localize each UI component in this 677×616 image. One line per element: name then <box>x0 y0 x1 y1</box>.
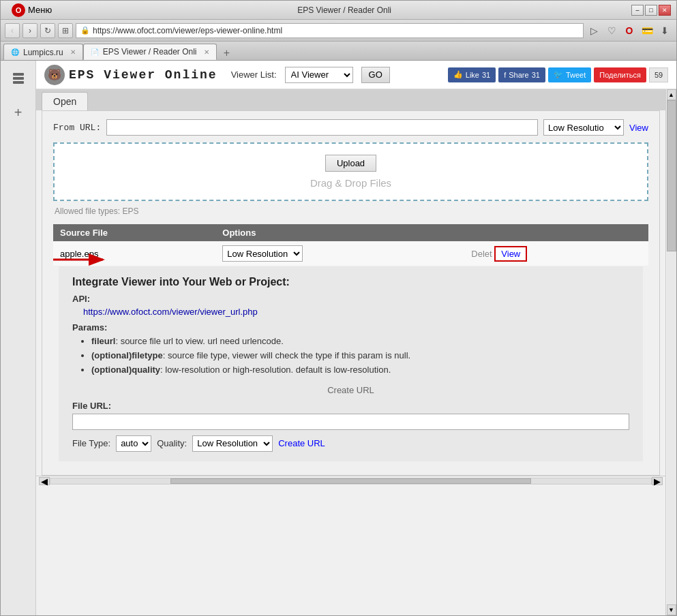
toolbar-right: ▷ ♡ O 💳 ⬇ <box>586 23 672 38</box>
info-box: Integrate Viewer into Your Web or Projec… <box>59 266 643 461</box>
bottom-row: File Type: auto eps ai pdf Quality: Low … <box>72 435 629 452</box>
allowed-types: Allowed file types: EPS <box>55 206 648 216</box>
viewer-list-label: Viewer List: <box>231 70 277 80</box>
open-tab-container: Open <box>36 89 665 110</box>
opera-menu[interactable]: O Меню <box>6 3 57 17</box>
titlebar-buttons: – □ ✕ <box>631 5 671 16</box>
vertical-scrollbar[interactable]: ▲ ▼ <box>665 89 676 615</box>
col-actions <box>464 224 648 241</box>
view-file-button[interactable]: View <box>494 246 527 262</box>
scroll-left-btn[interactable]: ◀ <box>39 477 50 485</box>
resolution-select-url[interactable]: Low Resolutio High Resolution <box>543 119 624 136</box>
file-type-label: File Type: <box>72 438 110 448</box>
sidebar: + <box>1 61 36 615</box>
cell-actions: Delet View <box>464 241 648 266</box>
address-bar[interactable]: 🔒 https://www.ofoct.com/viewer/eps-viewe… <box>76 23 584 38</box>
tab-eps[interactable]: 📄 EPS Viewer / Reader Onli ✕ <box>83 44 217 60</box>
back-button[interactable]: ‹ <box>5 23 20 38</box>
social-buttons: 👍 Like 31 f Share 31 🐦 Tweet Поделит <box>448 67 668 82</box>
scroll-thumb-v[interactable] <box>667 100 676 251</box>
tab-label-eps: EPS Viewer / Reader Onli <box>103 47 197 57</box>
info-box-title: Integrate Viewer into Your Web or Projec… <box>72 276 629 288</box>
delete-link[interactable]: Delet <box>471 249 492 259</box>
create-url-center: Create URL <box>72 385 629 395</box>
go-button[interactable]: GO <box>361 67 390 83</box>
file-options: Low Resolution High Resolution <box>222 245 457 262</box>
lock-icon: 🔒 <box>80 26 90 35</box>
content-area: 🐻 EPS Viewer Online Viewer List: AI View… <box>36 61 676 615</box>
main-panel[interactable]: Open From URL: Low Resolutio High Resolu… <box>36 89 665 615</box>
scroll-track[interactable] <box>50 478 652 484</box>
viewer-list-select[interactable]: AI Viewer EPS Viewer PDF Viewer <box>285 67 353 83</box>
tab-close-eps[interactable]: ✕ <box>204 48 209 56</box>
forward-button[interactable]: › <box>22 23 37 38</box>
titlebar-left: O Меню <box>6 3 57 17</box>
site-logo: 🐻 EPS Viewer Online <box>44 65 217 85</box>
create-url-button[interactable]: Create URL <box>278 438 325 448</box>
logo-bear-icon: 🐻 <box>44 65 65 85</box>
count-badge: 59 <box>649 67 668 82</box>
svg-rect-2 <box>13 81 24 84</box>
url-input[interactable] <box>106 119 538 136</box>
scroll-up-btn[interactable]: ▲ <box>667 89 676 100</box>
drag-drop-text: Drag & Drop Files <box>310 177 391 189</box>
table-header-row: Source File Options <box>53 224 648 241</box>
scroll-track-v[interactable] <box>667 100 676 604</box>
upload-area[interactable]: Upload Drag & Drop Files <box>53 142 648 201</box>
opera-icon: O <box>12 3 25 17</box>
horizontal-scrollbar[interactable]: ◀ ▶ <box>36 476 665 487</box>
send-icon[interactable]: ▷ <box>586 23 601 38</box>
param-quality: (optional)quality: low-resolution or hig… <box>91 364 629 376</box>
red-arrow <box>50 250 111 269</box>
quality-select[interactable]: Low Resolution High Resolution <box>192 435 273 452</box>
heart-icon[interactable]: ♡ <box>604 23 619 38</box>
minimize-button[interactable]: – <box>631 5 644 16</box>
share-button[interactable]: f Share 31 <box>498 67 545 82</box>
tab-favicon-eps: 📄 <box>91 48 99 56</box>
twitter-icon: 🐦 <box>554 70 563 79</box>
close-button[interactable]: ✕ <box>659 5 671 16</box>
view-link[interactable]: View <box>629 123 648 133</box>
site-title: EPS Viewer Online <box>69 68 217 82</box>
opera-menu-label: Меню <box>28 5 52 15</box>
open-tab[interactable]: Open <box>42 92 88 110</box>
browser-window: O Меню EPS Viewer / Reader Onli – □ ✕ ‹ … <box>0 0 677 616</box>
reload-button[interactable]: ↻ <box>40 23 55 38</box>
tab-close-lumpics[interactable]: ✕ <box>70 48 76 56</box>
home-icon: ⊞ <box>62 26 69 35</box>
params-list: fileurl: source file url to view. url ne… <box>72 335 629 377</box>
file-type-select[interactable]: auto eps ai pdf <box>116 435 151 452</box>
file-resolution-select[interactable]: Low Resolution High Resolution <box>222 245 303 262</box>
add-tab-sidebar-button[interactable]: + <box>6 100 31 125</box>
cell-options: Low Resolution High Resolution <box>215 241 464 266</box>
upload-button[interactable]: Upload <box>325 155 376 172</box>
tab-lumpics[interactable]: 🌐 Lumpics.ru ✕ <box>3 44 83 60</box>
address-text: https://www.ofoct.com/viewer/eps-viewer-… <box>93 26 579 35</box>
tweet-button[interactable]: 🐦 Tweet <box>548 67 591 82</box>
form-area: From URL: Low Resolutio High Resolution … <box>42 110 660 476</box>
scroll-right-btn[interactable]: ▶ <box>652 477 663 485</box>
add-tab-button[interactable]: + <box>220 46 235 60</box>
scroll-thumb[interactable] <box>170 478 531 484</box>
svg-rect-0 <box>13 73 24 76</box>
thumbs-up-icon: 👍 <box>453 70 463 79</box>
file-url-input[interactable] <box>72 414 629 430</box>
sidebar-icon-top[interactable] <box>6 66 31 91</box>
browser-toolbar: ‹ › ↻ ⊞ 🔒 https://www.ofoct.com/viewer/e… <box>1 20 676 42</box>
tabbar: 🌐 Lumpics.ru ✕ 📄 EPS Viewer / Reader Onl… <box>1 42 676 61</box>
wallet-icon[interactable]: 💳 <box>640 23 655 38</box>
page-content: Open From URL: Low Resolutio High Resolu… <box>36 89 676 615</box>
maximize-button[interactable]: □ <box>645 5 657 16</box>
like-button[interactable]: 👍 Like 31 <box>448 67 496 82</box>
file-url-label: File URL: <box>72 401 629 411</box>
home-button[interactable]: ⊞ <box>58 23 73 38</box>
main-layout: + 🐻 EPS Viewer Online Viewer List: AI Vi… <box>1 61 676 615</box>
tab-favicon-lumpics: 🌐 <box>11 48 19 56</box>
from-url-row: From URL: Low Resolutio High Resolution … <box>53 119 648 136</box>
site-header: 🐻 EPS Viewer Online Viewer List: AI View… <box>36 61 676 89</box>
download-icon[interactable]: ⬇ <box>657 23 672 38</box>
tab-label-lumpics: Lumpics.ru <box>23 48 63 57</box>
share2-button[interactable]: Поделиться <box>594 67 646 82</box>
opera-speed-icon[interactable]: O <box>622 23 637 38</box>
scroll-down-btn[interactable]: ▼ <box>667 604 676 615</box>
